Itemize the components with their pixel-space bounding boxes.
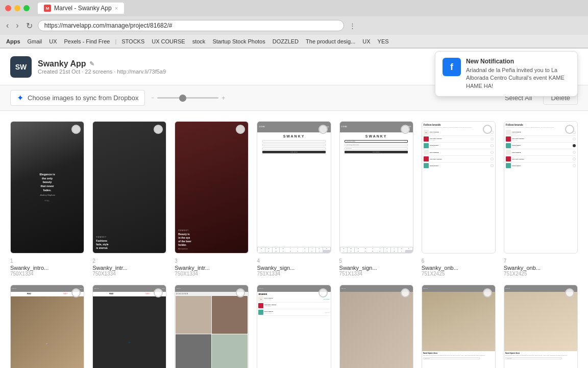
- screen13-select[interactable]: [483, 288, 492, 297]
- screen11-brand-cc1: CC Coco Chapelle1,200 smells FOLLOWING: [258, 296, 329, 303]
- screen3-size: 750X1334: [175, 271, 249, 277]
- browser-tab[interactable]: M Marvel - Swanky App ×: [38, 3, 124, 14]
- bookmark-pexels[interactable]: Pexels - Find Free: [62, 38, 112, 45]
- notification-facebook-icon: f: [443, 58, 461, 76]
- screen6-select[interactable]: [483, 125, 492, 134]
- bookmark-ux-course[interactable]: UX COURSE: [150, 38, 187, 45]
- traffic-light-red[interactable]: [5, 5, 11, 11]
- screen1-author: - Audrey Hepburn: [39, 194, 55, 196]
- screen4-status-time: 8:00 AM: [259, 126, 264, 128]
- screen7-size: 751X2425: [504, 271, 578, 277]
- screen11-select[interactable]: [318, 288, 328, 297]
- screen5-select[interactable]: [401, 125, 410, 134]
- browser-titlebar: M Marvel - Swanky App ×: [0, 0, 588, 16]
- bookmark-stocks[interactable]: STOCKS: [119, 38, 146, 45]
- screen-item-1[interactable]: Elegance isthe onlybeautythat neverfades…: [10, 121, 84, 277]
- extensions-button[interactable]: ⋮: [347, 21, 358, 31]
- browser-chrome: M Marvel - Swanky App × ‹ › ↻ https://ma…: [0, 0, 588, 49]
- screen4-info: 4 Swanky_sign... 751X1334: [257, 254, 331, 277]
- screen2-brand: SWANKY: [96, 236, 107, 238]
- screen6-brand6: Cheza Kniipes: [424, 163, 494, 169]
- zoom-slider[interactable]: [157, 97, 218, 99]
- screen5-btn: Join Swanky!: [345, 151, 407, 153]
- screen14-info: Sweet hipster dress Blue beautiful dress…: [504, 351, 577, 368]
- screen10-grid: [175, 295, 248, 368]
- screen-item-11[interactable]: 5:05 AM BRANDS CC Coco Chapelle1,200 sme…: [257, 285, 331, 368]
- screen12-select[interactable]: [401, 288, 410, 297]
- notification-body: Ariadnal de la Peña invited you to La Al…: [466, 66, 570, 90]
- screen3-name: Swanky_intr...: [175, 265, 249, 271]
- traffic-light-yellow[interactable]: [14, 5, 20, 11]
- screen4-select[interactable]: [318, 125, 328, 134]
- refresh-button[interactable]: ↻: [24, 20, 35, 32]
- screen5-field-pass: ••••••••••••: [345, 147, 407, 150]
- screen-item-5[interactable]: 6:08 AM 100% SWANKY Veronica Castro vero…: [339, 121, 413, 277]
- bookmark-gmail[interactable]: Gmail: [26, 38, 44, 45]
- bookmark-product[interactable]: The product desig...: [304, 38, 357, 45]
- screen6-brand5: Yves Saint Labrador: [424, 156, 494, 163]
- screen7-brand4: Coco Chapelle: [506, 149, 576, 156]
- screen6-name: Swanky_onb...: [422, 265, 496, 271]
- bookmark-apps[interactable]: Apps: [4, 38, 22, 45]
- screen7-title: Follow brands: [506, 123, 576, 126]
- screen1-name: Swanky_intro...: [10, 265, 84, 271]
- screen5-num: 5: [339, 258, 342, 264]
- screen-item-8[interactable]: 5:08 AM100% FEED HAWT 👒 Mad hat hatter $…: [10, 285, 84, 368]
- forward-button[interactable]: ›: [14, 20, 20, 31]
- tab-title: Marvel - Swanky App: [54, 5, 112, 12]
- notification-title: New Notification: [466, 58, 570, 65]
- screen2-size: 750X1334: [92, 271, 166, 277]
- bookmark-yes[interactable]: YES: [376, 38, 391, 45]
- bookmarks-bar: Apps Gmail UX Pexels - Find Free | STOCK…: [0, 35, 588, 48]
- screen1-info: 1 Swanky_intro... 750X1334: [10, 254, 84, 277]
- tab-close[interactable]: ×: [115, 5, 118, 11]
- screen7-brand2: Yves Saint Labrador1,300 smells: [506, 136, 576, 143]
- bookmark-startup[interactable]: Startup Stock Photos: [210, 38, 267, 45]
- screen4-num: 4: [257, 258, 260, 264]
- address-bar[interactable]: https://marvelapp.com/manage/project/816…: [38, 20, 344, 31]
- back-button[interactable]: ‹: [4, 20, 11, 31]
- screen3-author: Anonymous: [178, 248, 187, 250]
- slider-plus-icon: +: [222, 95, 225, 102]
- screen6-size: 751X2425: [422, 271, 496, 277]
- screen7-brand3: Cheza Kniipes2,800 smells: [506, 143, 576, 149]
- screen5-field-email: veronica@castro.com: [345, 144, 407, 146]
- screen3-num: 3: [175, 258, 178, 264]
- dropbox-sync-button[interactable]: ✦ Choose images to sync from Dropbox: [10, 90, 145, 106]
- screen-item-9[interactable]: 6:05 AM100% FEED HAWT 🧥 Bomber Jacket $4…: [92, 285, 166, 368]
- screen-item-10[interactable]: 5:53 AM DISCOVER Fall elements Starting …: [175, 285, 249, 368]
- screen6-brand4: Coco Chapelle: [424, 149, 494, 156]
- screen7-brand5: Yves Saint Labrador: [506, 156, 576, 163]
- screen-item-3[interactable]: SWANKY Beauty isin the eyeof the beerhol…: [175, 121, 249, 277]
- screen5-keyboard: Q W E R T Y U I O P A S D F G: [340, 247, 413, 254]
- screen5-brand: SWANKY: [365, 134, 387, 138]
- screen7-select[interactable]: [565, 125, 574, 134]
- screen-item-13[interactable]: 6:09 AM Sweet hipster dress Blue beautif…: [422, 285, 496, 368]
- screen-item-14[interactable]: 6:09 AM Sweet hipster dress Blue beautif…: [504, 285, 578, 368]
- screen2-info: 2 Swanky_intr... 750X1334: [92, 254, 166, 277]
- tab-favicon: M: [44, 5, 51, 12]
- slider-container: − +: [151, 95, 253, 102]
- screen-item-4[interactable]: 8:00 AM ●●● SWANKY Enter details Q: [257, 121, 331, 277]
- screen6-title: Follow brands: [424, 123, 494, 126]
- screen4-name: Swanky_sign...: [257, 265, 331, 271]
- bookmark-stock[interactable]: stock: [190, 38, 208, 45]
- project-meta: Created 21st Oct · 22 screens · http://m…: [38, 68, 166, 75]
- screen1-size: 750X1334: [10, 271, 84, 277]
- bookmark-dozzled[interactable]: DOZZLED: [271, 38, 301, 45]
- bookmark-ux[interactable]: UX: [47, 38, 59, 45]
- screen-item-6[interactable]: Follow brands Let's customise your exper…: [422, 121, 496, 277]
- screen6-brand2: Yves Saint Labrador1,300 smells: [424, 136, 494, 143]
- screen3-info: 3 Swanky_intr... 750X1334: [175, 254, 249, 277]
- screen4-field-email: [262, 144, 325, 146]
- screen-item-12[interactable]: 6:08 AM Coco Chapelle 1,234 smells Sup: [339, 285, 413, 368]
- traffic-light-green[interactable]: [23, 5, 30, 11]
- screen2-quote: Fashionsfade, styleis eternal.: [96, 239, 108, 250]
- screen3-quote: Beauty isin the eyeof the beerholder.: [178, 233, 191, 247]
- screen-item-2[interactable]: SWANKY Fashionsfade, styleis eternal. 2 …: [92, 121, 166, 277]
- edit-name-icon[interactable]: ✎: [89, 60, 94, 67]
- screen6-info: 6 Swanky_onb... 751X2425: [422, 254, 496, 277]
- screen3-brand: SWANKY: [178, 229, 189, 232]
- bookmark-ux2[interactable]: UX: [360, 38, 372, 45]
- screen-item-7[interactable]: Follow brands Let's customise your exper…: [504, 121, 578, 277]
